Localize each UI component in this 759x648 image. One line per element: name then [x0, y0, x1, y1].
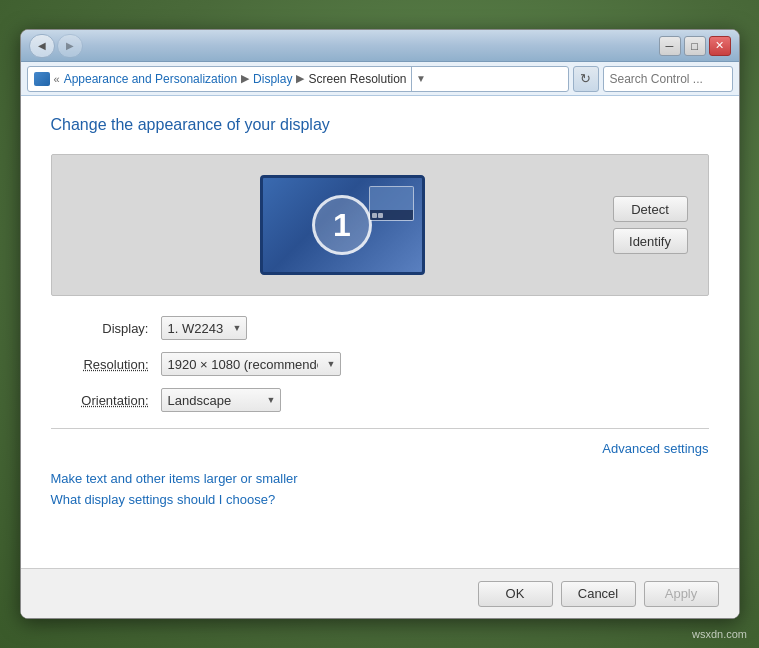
divider [51, 428, 709, 429]
search-input[interactable] [610, 72, 740, 86]
mini-icon-1 [372, 213, 377, 218]
display-label: Display: [51, 321, 161, 336]
apply-button[interactable]: Apply [644, 581, 719, 607]
cancel-button[interactable]: Cancel [561, 581, 636, 607]
watermark: wsxdn.com [692, 628, 747, 640]
mini-taskbar [370, 210, 413, 220]
detect-button[interactable]: Detect [613, 196, 688, 222]
breadcrumb-dropdown-arrow[interactable]: ▼ [411, 66, 431, 92]
resolution-label: Resolution: [51, 357, 161, 372]
resolution-select[interactable]: 1920 × 1080 (recommended) 1280 × 1024 10… [161, 352, 341, 376]
main-window: ◀ ▶ ─ □ ✕ « Appearance and Personalizati… [20, 29, 740, 619]
mini-screen [370, 187, 413, 210]
window-controls: ─ □ ✕ [659, 36, 731, 56]
minimize-button[interactable]: ─ [659, 36, 681, 56]
forward-button[interactable]: ▶ [57, 34, 83, 58]
maximize-button[interactable]: □ [684, 36, 706, 56]
orientation-label: Orientation: [51, 393, 161, 408]
breadcrumb-icon [34, 72, 50, 86]
breadcrumb-link1[interactable]: Appearance and Personalization [64, 72, 237, 86]
identify-button[interactable]: Identify [613, 228, 688, 254]
resolution-select-wrapper: 1920 × 1080 (recommended) 1280 × 1024 10… [161, 352, 341, 376]
detect-identify-buttons: Detect Identify [613, 196, 688, 254]
help-link-1[interactable]: Make text and other items larger or smal… [51, 471, 709, 486]
refresh-button[interactable]: ↻ [573, 66, 599, 92]
address-bar: « Appearance and Personalization ▶ Displ… [21, 62, 739, 96]
main-content: Change the appearance of your display 1 [21, 96, 739, 618]
breadcrumb-link2[interactable]: Display [253, 72, 292, 86]
content-area: Change the appearance of your display 1 [21, 96, 739, 568]
display-row: Display: 1. W2243 [51, 316, 709, 340]
breadcrumb-current: Screen Resolution [308, 72, 406, 86]
monitor-number: 1 [312, 195, 372, 255]
advanced-settings-link[interactable]: Advanced settings [51, 441, 709, 456]
display-select[interactable]: 1. W2243 [161, 316, 247, 340]
breadcrumb-sep1: « [54, 73, 60, 85]
back-button[interactable]: ◀ [29, 34, 55, 58]
search-box[interactable]: 🔍 [603, 66, 733, 92]
orientation-control: Landscape Portrait Landscape (flipped) P… [161, 388, 281, 412]
mini-icon-2 [378, 213, 383, 218]
display-select-wrapper: 1. W2243 [161, 316, 247, 340]
button-bar: OK Cancel Apply [21, 568, 739, 618]
monitor-area: 1 [72, 175, 613, 275]
breadcrumb-arrow2: ▶ [296, 72, 304, 85]
display-control: 1. W2243 [161, 316, 247, 340]
monitor-mini [369, 186, 414, 221]
resolution-control: 1920 × 1080 (recommended) 1280 × 1024 10… [161, 352, 341, 376]
resolution-row: Resolution: 1920 × 1080 (recommended) 12… [51, 352, 709, 376]
display-preview-container: 1 Detect Identify [51, 154, 709, 296]
close-button[interactable]: ✕ [709, 36, 731, 56]
breadcrumb-arrow1: ▶ [241, 72, 249, 85]
orientation-select[interactable]: Landscape Portrait Landscape (flipped) P… [161, 388, 281, 412]
help-link-2[interactable]: What display settings should I choose? [51, 492, 709, 507]
title-bar: ◀ ▶ ─ □ ✕ [21, 30, 739, 62]
orientation-row: Orientation: Landscape Portrait Landscap… [51, 388, 709, 412]
ok-button[interactable]: OK [478, 581, 553, 607]
settings-table: Display: 1. W2243 Resolution: [51, 316, 709, 412]
orientation-select-wrapper: Landscape Portrait Landscape (flipped) P… [161, 388, 281, 412]
monitor-frame: 1 [260, 175, 425, 275]
breadcrumb[interactable]: « Appearance and Personalization ▶ Displ… [27, 66, 569, 92]
page-title: Change the appearance of your display [51, 116, 709, 134]
